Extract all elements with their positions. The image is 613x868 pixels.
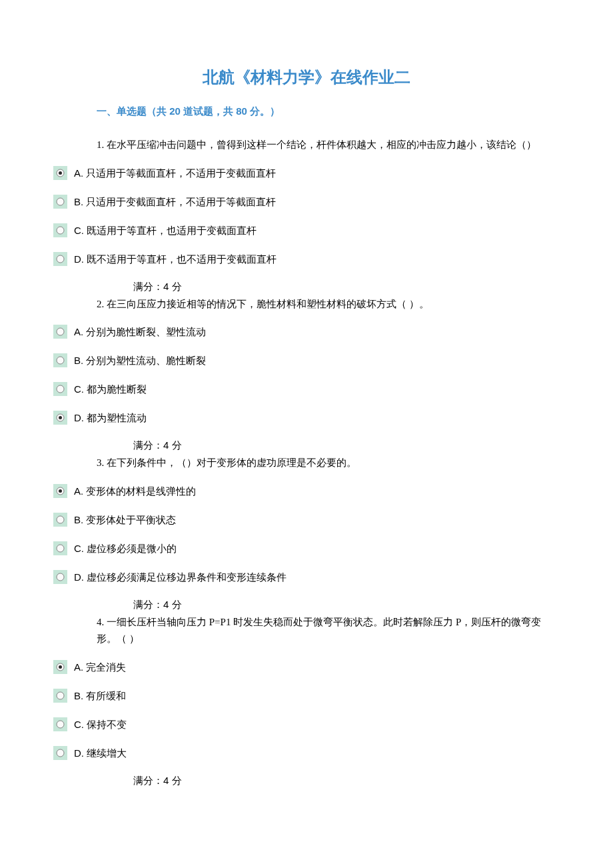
svg-point-18 bbox=[57, 721, 64, 728]
radio-unselected-icon[interactable] bbox=[53, 353, 67, 367]
score-label: 满分：4 分 bbox=[133, 775, 560, 787]
option-row[interactable]: B. 变形体处于平衡状态 bbox=[53, 513, 560, 527]
svg-point-17 bbox=[57, 692, 64, 699]
svg-point-19 bbox=[57, 749, 64, 757]
radio-selected-icon[interactable] bbox=[53, 166, 67, 180]
option-row[interactable]: D. 继续增大 bbox=[53, 746, 560, 760]
svg-point-6 bbox=[57, 357, 64, 364]
radio-unselected-icon[interactable] bbox=[53, 325, 67, 339]
radio-selected-icon[interactable] bbox=[53, 660, 67, 674]
svg-point-12 bbox=[57, 516, 64, 523]
section-header: 一、单选题（共 20 道试题，共 80 分。） bbox=[97, 105, 560, 118]
radio-unselected-icon[interactable] bbox=[53, 541, 67, 555]
option-label: D. 都为塑性流动 bbox=[71, 411, 147, 425]
radio-unselected-icon[interactable] bbox=[53, 223, 67, 237]
option-row[interactable]: C. 都为脆性断裂 bbox=[53, 382, 560, 396]
option-row[interactable]: C. 既适用于等直杆，也适用于变截面直杆 bbox=[53, 223, 560, 237]
radio-unselected-icon[interactable] bbox=[53, 513, 67, 527]
score-label: 满分：4 分 bbox=[133, 599, 560, 611]
option-label: D. 虚位移必须满足位移边界条件和变形连续条件 bbox=[71, 570, 287, 584]
option-label: C. 都为脆性断裂 bbox=[71, 382, 147, 396]
svg-point-9 bbox=[59, 416, 62, 419]
option-label: A. 分别为脆性断裂、塑性流动 bbox=[71, 325, 206, 339]
question-stem: 3. 在下列条件中，（）对于变形体的虚功原理是不必要的。 bbox=[97, 455, 553, 472]
svg-point-14 bbox=[57, 573, 64, 581]
score-label: 满分：4 分 bbox=[133, 439, 560, 452]
radio-selected-icon[interactable] bbox=[53, 411, 67, 425]
option-label: B. 只适用于变截面直杆，不适用于等截面直杆 bbox=[71, 195, 276, 209]
option-label: A. 只适用于等截面直杆，不适用于变截面直杆 bbox=[71, 166, 276, 180]
radio-unselected-icon[interactable] bbox=[53, 717, 67, 731]
radio-unselected-icon[interactable] bbox=[53, 252, 67, 266]
option-label: A. 完全消失 bbox=[71, 660, 126, 674]
radio-unselected-icon[interactable] bbox=[53, 382, 67, 396]
option-row[interactable]: A. 只适用于等截面直杆，不适用于变截面直杆 bbox=[53, 166, 560, 180]
svg-point-7 bbox=[57, 385, 64, 393]
option-row[interactable]: B. 只适用于变截面直杆，不适用于等截面直杆 bbox=[53, 195, 560, 209]
option-label: B. 变形体处于平衡状态 bbox=[71, 513, 176, 527]
option-row[interactable]: D. 既不适用于等直杆，也不适用于变截面直杆 bbox=[53, 252, 560, 266]
option-label: D. 既不适用于等直杆，也不适用于变截面直杆 bbox=[71, 252, 277, 266]
radio-unselected-icon[interactable] bbox=[53, 195, 67, 209]
svg-point-1 bbox=[59, 171, 62, 175]
option-row[interactable]: B. 有所缓和 bbox=[53, 689, 560, 703]
radio-unselected-icon[interactable] bbox=[53, 746, 67, 760]
option-label: B. 分别为塑性流动、脆性断裂 bbox=[71, 353, 206, 367]
svg-point-2 bbox=[57, 198, 64, 205]
option-row[interactable]: D. 都为塑性流动 bbox=[53, 411, 560, 425]
svg-point-11 bbox=[59, 489, 62, 493]
question-stem: 2. 在三向压应力接近相等的情况下，脆性材料和塑性材料的破坏方式（ ）。 bbox=[97, 296, 553, 313]
score-label: 满分：4 分 bbox=[133, 281, 560, 293]
svg-point-16 bbox=[59, 665, 62, 669]
question-stem: 4. 一细长压杆当轴向压力 P=P1 时发生失稳而处于微弯平衡状态。此时若解除压… bbox=[97, 614, 553, 648]
option-label: C. 虚位移必须是微小的 bbox=[71, 541, 177, 555]
page-title: 北航《材料力学》在线作业二 bbox=[53, 67, 560, 88]
option-label: C. 既适用于等直杆，也适用于变截面直杆 bbox=[71, 223, 257, 237]
option-row[interactable]: A. 变形体的材料是线弹性的 bbox=[53, 484, 560, 498]
radio-unselected-icon[interactable] bbox=[53, 689, 67, 703]
option-row[interactable]: D. 虚位移必须满足位移边界条件和变形连续条件 bbox=[53, 570, 560, 584]
option-label: D. 继续增大 bbox=[71, 746, 127, 760]
svg-point-4 bbox=[57, 255, 64, 263]
option-row[interactable]: C. 虚位移必须是微小的 bbox=[53, 541, 560, 555]
option-label: A. 变形体的材料是线弹性的 bbox=[71, 484, 196, 498]
question-stem: 1. 在水平压缩冲击问题中，曾得到这样一个结论，杆件体积越大，相应的冲击应力越小… bbox=[97, 137, 553, 154]
option-row[interactable]: A. 完全消失 bbox=[53, 660, 560, 674]
option-row[interactable]: C. 保持不变 bbox=[53, 717, 560, 731]
option-label: B. 有所缓和 bbox=[71, 689, 126, 703]
option-label: C. 保持不变 bbox=[71, 717, 127, 731]
radio-unselected-icon[interactable] bbox=[53, 570, 67, 584]
svg-point-5 bbox=[57, 328, 64, 335]
option-row[interactable]: A. 分别为脆性断裂、塑性流动 bbox=[53, 325, 560, 339]
svg-point-3 bbox=[57, 227, 64, 234]
svg-point-13 bbox=[57, 545, 64, 552]
option-row[interactable]: B. 分别为塑性流动、脆性断裂 bbox=[53, 353, 560, 367]
radio-selected-icon[interactable] bbox=[53, 484, 67, 498]
